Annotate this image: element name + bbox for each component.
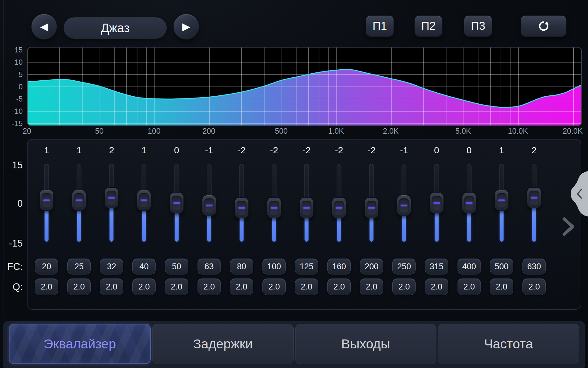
band-q-button[interactable]: 2.0 bbox=[67, 278, 91, 295]
slider-thumb[interactable] bbox=[364, 197, 379, 218]
tab-frequency[interactable]: Частота bbox=[438, 324, 579, 364]
band-gain-slider[interactable] bbox=[323, 164, 355, 242]
band-fc-button[interactable]: 200 bbox=[360, 259, 383, 274]
band-gain-slider[interactable] bbox=[388, 164, 420, 242]
band-q-button[interactable]: 2.0 bbox=[230, 278, 253, 295]
band-q-button[interactable]: 2.0 bbox=[490, 278, 513, 295]
band-gain-slider[interactable] bbox=[193, 164, 225, 242]
band-q-button[interactable]: 2.0 bbox=[522, 278, 546, 295]
band-gain-value: 0 bbox=[420, 145, 453, 155]
slider-thumb[interactable] bbox=[137, 190, 151, 211]
thumb-grip-icon bbox=[498, 200, 505, 201]
thumb-grip-icon bbox=[466, 202, 473, 204]
memory-button-2[interactable]: П2 bbox=[414, 15, 443, 37]
band-fc-button[interactable]: 63 bbox=[198, 259, 221, 274]
frequency-tick-label: 100 bbox=[140, 127, 168, 136]
frequency-tick-label: 50 bbox=[85, 127, 113, 136]
band-fc-button[interactable]: 25 bbox=[67, 259, 91, 274]
band-q-button[interactable]: 2.0 bbox=[198, 278, 221, 295]
tab-outputs[interactable]: Выходы bbox=[295, 324, 436, 364]
slider-thumb[interactable] bbox=[104, 187, 119, 208]
band-fc-button[interactable]: 160 bbox=[327, 259, 351, 274]
band-fc-button[interactable]: 315 bbox=[425, 259, 448, 274]
right-triangle-icon: ▶ bbox=[182, 20, 190, 33]
band-fc-button[interactable]: 125 bbox=[295, 259, 318, 274]
slider-thumb[interactable] bbox=[300, 197, 314, 218]
eq-band: -1 63 2.0 bbox=[193, 139, 225, 311]
tab-delays[interactable]: Задержки bbox=[152, 324, 293, 364]
band-fc-button[interactable]: 20 bbox=[35, 259, 58, 274]
band-gain-slider[interactable] bbox=[128, 164, 160, 242]
tab-equalizer[interactable]: Эквалайзер bbox=[9, 324, 151, 364]
band-q-button[interactable]: 2.0 bbox=[132, 278, 156, 295]
next-preset-button[interactable]: ▶ bbox=[173, 14, 199, 40]
band-q-button[interactable]: 2.0 bbox=[295, 278, 318, 295]
band-fc-button[interactable]: 50 bbox=[165, 259, 188, 274]
band-gain-value: -2 bbox=[258, 145, 290, 155]
band-gain-slider[interactable] bbox=[420, 164, 453, 242]
band-gain-slider[interactable] bbox=[485, 164, 518, 242]
prev-preset-button[interactable]: ◀ bbox=[31, 14, 57, 40]
slider-thumb[interactable] bbox=[495, 190, 509, 211]
band-q-button[interactable]: 2.0 bbox=[35, 278, 58, 295]
slider-thumb[interactable] bbox=[527, 187, 541, 208]
thumb-grip-icon bbox=[238, 207, 245, 209]
frequency-tick-label: 1.0K bbox=[322, 127, 350, 136]
band-gain-slider[interactable] bbox=[160, 164, 193, 242]
band-gain-slider[interactable] bbox=[453, 164, 485, 242]
eq-band: -2 100 2.0 bbox=[258, 139, 290, 311]
band-gain-slider[interactable] bbox=[63, 164, 95, 242]
band-q-button[interactable]: 2.0 bbox=[425, 278, 448, 295]
band-fc-button[interactable]: 32 bbox=[100, 259, 123, 274]
band-q-button[interactable]: 2.0 bbox=[360, 278, 383, 295]
band-q-button[interactable]: 2.0 bbox=[262, 278, 286, 295]
band-gain-slider[interactable] bbox=[518, 164, 550, 242]
eq-band: 1 20 2.0 bbox=[30, 139, 63, 311]
reset-icon bbox=[537, 20, 550, 32]
thumb-grip-icon bbox=[108, 197, 115, 198]
band-q-button[interactable]: 2.0 bbox=[458, 278, 481, 295]
slider-thumb[interactable] bbox=[462, 193, 476, 213]
slider-thumb[interactable] bbox=[40, 190, 54, 211]
slider-thumb[interactable] bbox=[72, 190, 86, 211]
band-gain-value: -2 bbox=[323, 145, 355, 155]
memory-button-3[interactable]: П3 bbox=[464, 15, 492, 37]
band-fc-button[interactable]: 40 bbox=[132, 259, 156, 274]
db-tick-label: 0 bbox=[1, 82, 23, 91]
band-fc-button[interactable]: 630 bbox=[522, 259, 546, 274]
slider-thumb[interactable] bbox=[397, 195, 411, 216]
band-fc-button[interactable]: 500 bbox=[490, 259, 513, 274]
band-fc-button[interactable]: 250 bbox=[392, 259, 416, 274]
scroll-bands-right-button[interactable] bbox=[562, 217, 575, 236]
band-gain-slider[interactable] bbox=[290, 164, 323, 242]
slider-thumb[interactable] bbox=[430, 193, 444, 213]
band-gain-slider[interactable] bbox=[95, 164, 128, 242]
gain-scale-label: 15 bbox=[0, 159, 23, 171]
band-gain-slider[interactable] bbox=[225, 164, 258, 242]
band-q-button[interactable]: 2.0 bbox=[392, 278, 416, 295]
band-gain-slider[interactable] bbox=[30, 164, 63, 242]
chevron-right-icon bbox=[562, 217, 575, 236]
slider-thumb[interactable] bbox=[170, 193, 184, 213]
eq-band: 1 40 2.0 bbox=[128, 139, 160, 311]
slider-thumb[interactable] bbox=[235, 197, 249, 218]
band-q-button[interactable]: 2.0 bbox=[327, 278, 351, 295]
band-gain-slider[interactable] bbox=[355, 164, 388, 242]
band-fc-button[interactable]: 80 bbox=[230, 259, 253, 274]
preset-display[interactable]: Джаз bbox=[63, 17, 167, 39]
slider-thumb[interactable] bbox=[332, 197, 346, 218]
side-drawer-handle[interactable] bbox=[571, 171, 588, 217]
band-gain-slider[interactable] bbox=[258, 164, 290, 242]
frequency-tick-label: 200 bbox=[195, 127, 223, 136]
band-fc-button[interactable]: 400 bbox=[458, 259, 481, 274]
band-q-button[interactable]: 2.0 bbox=[100, 278, 123, 295]
band-fc-button[interactable]: 100 bbox=[262, 259, 286, 274]
reset-button[interactable] bbox=[521, 15, 567, 37]
memory-button-1[interactable]: П1 bbox=[366, 15, 394, 37]
frequency-tick-label: 20 bbox=[13, 127, 41, 136]
thumb-grip-icon bbox=[336, 207, 342, 209]
band-q-button[interactable]: 2.0 bbox=[165, 278, 188, 295]
eq-band: 0 50 2.0 bbox=[160, 139, 193, 311]
slider-thumb[interactable] bbox=[267, 197, 281, 218]
slider-thumb[interactable] bbox=[202, 195, 216, 216]
